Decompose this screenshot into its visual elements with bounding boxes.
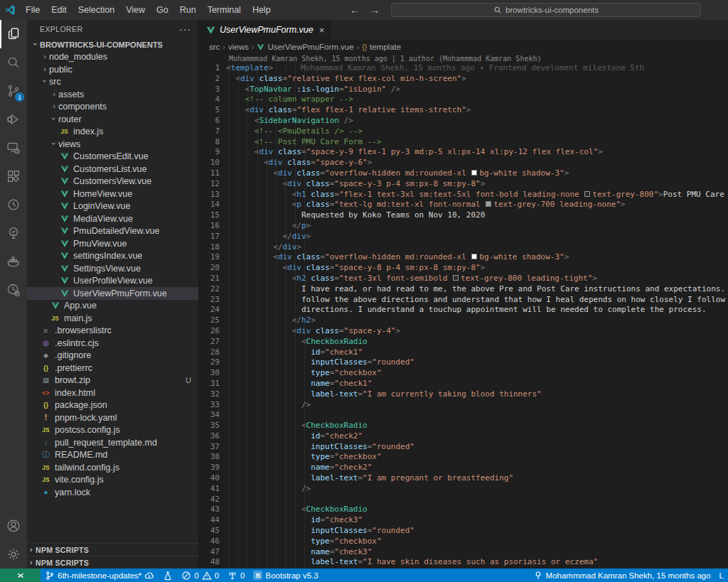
bootstrap-status[interactable]: B Bootstrap v5.3	[249, 568, 322, 582]
code-line-39[interactable]: 39 name="check2"	[199, 463, 728, 473]
tree-item-pmuview.vue[interactable]: PmuView.vue	[27, 237, 198, 250]
account-activity-icon[interactable]	[0, 512, 27, 540]
tree-item-router[interactable]: ›router	[27, 113, 198, 126]
line-number[interactable]: 14	[199, 200, 226, 210]
code-line-19[interactable]: 19 <div class="overflow-hidden md:rounde…	[199, 252, 728, 263]
code-line-46[interactable]: 46 type="checkbox"	[199, 537, 728, 547]
line-number[interactable]: 40	[199, 473, 226, 484]
code-line-31[interactable]: 31 name="check1"	[199, 379, 728, 389]
search-activity-icon[interactable]	[0, 48, 27, 77]
line-number[interactable]: 4	[199, 95, 226, 105]
menu-edit[interactable]: Edit	[46, 0, 73, 20]
line-number[interactable]: 16	[199, 221, 226, 232]
line-number[interactable]: 2	[199, 74, 226, 85]
code-line-35[interactable]: 35 <CheckboxRadio	[199, 421, 728, 431]
line-number[interactable]: 3	[199, 85, 226, 95]
code-line-10[interactable]: 10 <div class="space-y-6">	[199, 158, 728, 168]
code-line-1[interactable]: 1<template>Mohammmad Kamran Shekh, 15 mo…	[199, 63, 728, 74]
remote-explorer-activity-icon[interactable]	[0, 134, 27, 162]
line-number[interactable]: 29	[199, 357, 226, 368]
line-number[interactable]: 37	[199, 442, 226, 453]
line-number[interactable]: 23	[199, 295, 226, 306]
line-number[interactable]: 33	[199, 400, 226, 411]
line-number[interactable]: 39	[199, 463, 226, 473]
line-number[interactable]: 15	[199, 210, 226, 221]
menu-view[interactable]: View	[120, 0, 151, 20]
code-line-33[interactable]: 33 />	[199, 400, 728, 411]
code-line-27[interactable]: 27 <CheckboxRadio	[199, 337, 728, 347]
tree-item-homeview.vue[interactable]: HomeView.vue	[27, 188, 198, 200]
tree-item-yarn.lock[interactable]: ●yarn.lock	[27, 486, 198, 499]
line-number[interactable]: 28	[199, 347, 226, 358]
command-center-search[interactable]: browtricks-ui-components	[391, 3, 701, 17]
line-number[interactable]: 44	[199, 515, 226, 526]
breadcrumb-src[interactable]: src	[209, 43, 220, 51]
line-number[interactable]: 42	[199, 495, 226, 505]
tree-item-userprofileview.vue[interactable]: UserProfileView.vue	[27, 275, 198, 288]
tree-item-assets[interactable]: ›assets	[27, 88, 198, 101]
settings-activity-icon[interactable]	[0, 540, 27, 568]
code-line-18[interactable]: 18 </div>	[199, 242, 728, 253]
line-number[interactable]: 9	[199, 147, 226, 158]
git-branch-status[interactable]: 6th-milestone-updates*	[41, 568, 159, 582]
code-line-11[interactable]: 11 <div class="overflow-hidden md:rounde…	[199, 168, 728, 179]
tree-item-userviewpmuform.vue[interactable]: UserViewPmuForm.vue	[27, 287, 198, 300]
tree-item-.gitignore[interactable]: ◆.gitignore	[27, 350, 198, 362]
code-line-41[interactable]: 41 />	[199, 484, 728, 495]
tree-item-pnpm-lock.yaml[interactable]: !pnpm-lock.yaml	[27, 411, 198, 424]
code-line-45[interactable]: 45 inputClasses="rounded"	[199, 526, 728, 537]
line-number[interactable]: 48	[199, 557, 226, 568]
code-line-23[interactable]: 23 follow the above directions and under…	[199, 295, 728, 306]
line-number[interactable]: 25	[199, 316, 226, 326]
code-line-22[interactable]: 22 I have read, or had read to me, the a…	[199, 284, 728, 295]
tree-item-public[interactable]: ›public	[27, 63, 198, 76]
code-line-7[interactable]: 7 <!-- <PmuDetails /> -->	[199, 126, 728, 137]
menu-selection[interactable]: Selection	[73, 0, 120, 20]
code-line-47[interactable]: 47 name="check3"	[199, 547, 728, 558]
menu-terminal[interactable]: Terminal	[202, 0, 247, 20]
section-npm-scripts[interactable]: ›NPM SCRIPTS	[27, 556, 198, 568]
code-line-32[interactable]: 32 label-text="I am currently taking blo…	[199, 389, 728, 400]
line-number[interactable]: 32	[199, 389, 226, 400]
section-npm-scripts[interactable]: ›NPM SCRIPTS	[27, 543, 198, 556]
code-line-6[interactable]: 6 <SidebarNavigation />	[199, 116, 728, 126]
line-number[interactable]: 12	[199, 179, 226, 190]
breadcrumb-userviewpmuform.vue[interactable]: UserViewPmuForm.vue	[257, 43, 353, 51]
line-number[interactable]: 34	[199, 410, 226, 421]
run-and-debug-activity-icon[interactable]	[0, 105, 27, 134]
explorer-activity-icon[interactable]	[0, 20, 27, 48]
tree-item-customerslist.vue[interactable]: CustomersList.vue	[27, 163, 198, 176]
line-number[interactable]: 22	[199, 284, 226, 295]
code-line-15[interactable]: 15 Requested by Koko Teams on Nov 10, 20…	[199, 210, 728, 221]
menu-help[interactable]: Help	[247, 0, 277, 20]
code-line-26[interactable]: 26 <div class="space-y-4">	[199, 326, 728, 337]
tree-item-views[interactable]: ›views	[27, 138, 198, 151]
tree-item-customersedit.vue[interactable]: CustomersEdit.vue	[27, 151, 198, 163]
tab-userviewpmuform[interactable]: UserViewPmuForm.vue ×	[199, 20, 331, 40]
breadcrumb-views[interactable]: views	[228, 43, 249, 51]
line-number[interactable]: 46	[199, 537, 226, 547]
tree-item-settingsview.vue[interactable]: SettingsView.vue	[27, 262, 198, 275]
code-line-42[interactable]: 42	[199, 495, 728, 505]
tree-item-pull_request_template.md[interactable]: ↓pull_request_template.md	[27, 436, 198, 449]
code-line-38[interactable]: 38 type="checkbox"	[199, 452, 728, 463]
code-line-21[interactable]: 21 <h2 class="text-3xl font-semibold tex…	[199, 274, 728, 284]
tree-item-app.vue[interactable]: App.vue	[27, 300, 198, 313]
code-line-40[interactable]: 40 label-text="I am pregnant or breastfe…	[199, 473, 728, 484]
line-number[interactable]: 1	[199, 63, 226, 74]
remote-indicator[interactable]	[0, 568, 41, 582]
code-line-3[interactable]: 3 <TopNavbar :is-login="isLogin" />	[199, 85, 728, 95]
tree-item-browt.zip[interactable]: ▤browt.zipU	[27, 374, 198, 387]
code-line-37[interactable]: 37 inputClasses="rounded"	[199, 442, 728, 453]
code-line-14[interactable]: 14 <p class="text-lg md:text-xl font-nor…	[199, 200, 728, 210]
code-line-43[interactable]: 43 <CheckboxRadio	[199, 505, 728, 515]
tree-item-main.js[interactable]: JSmain.js	[27, 312, 198, 325]
line-number[interactable]: 30	[199, 368, 226, 379]
line-number[interactable]: 10	[199, 158, 226, 168]
tree-item-package.json[interactable]: {}package.json	[27, 399, 198, 412]
tree-item-index.html[interactable]: <>index.html	[27, 387, 198, 399]
code-line-4[interactable]: 4 <!-- column wrapper -->	[199, 95, 728, 105]
tree-item-settingsindex.vue[interactable]: settingsIndex.vue	[27, 250, 198, 263]
line-number[interactable]: 20	[199, 263, 226, 274]
code-line-30[interactable]: 30 type="checkbox"	[199, 368, 728, 379]
